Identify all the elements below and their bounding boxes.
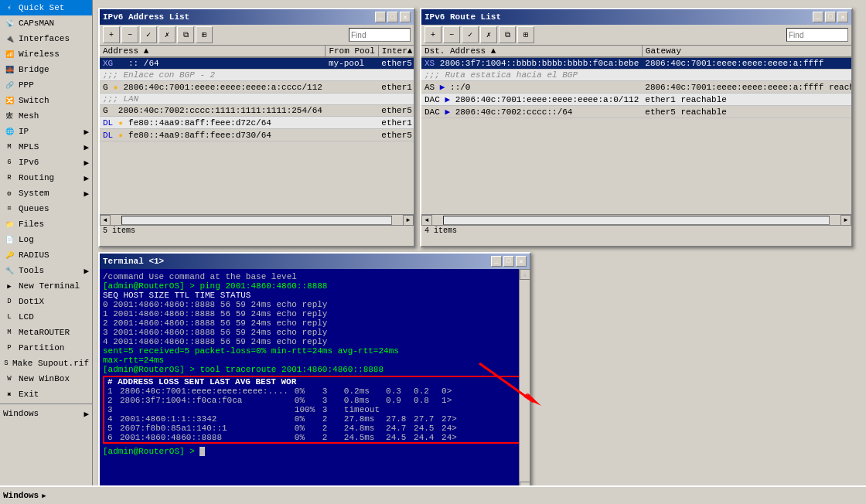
sidebar-item-tools[interactable]: 🔧 Tools ▶: [0, 263, 92, 278]
route-minimize-button[interactable]: _: [813, 12, 823, 22]
route-filter-button[interactable]: ⊞: [517, 26, 534, 43]
route-table-scroll[interactable]: Dst. Address ▲ Gateway XS 2806:3f7:1004:…: [421, 46, 851, 214]
sidebar-item-windows[interactable]: Windows ▶: [0, 406, 92, 421]
command-hint: /command Use command at the base level: [103, 272, 527, 281]
route-find-input[interactable]: [786, 28, 848, 42]
system-arrow: ▶: [84, 189, 89, 199]
table-row[interactable]: DAC ▶ 2806:40c:7002:cccc::/64 ether5 rea…: [421, 106, 851, 118]
sidebar-item-newterminal[interactable]: ▶ New Terminal: [0, 278, 92, 294]
sidebar-item-radius[interactable]: 🔑 RADIUS: [0, 247, 92, 263]
sidebar-label-mpls: MPLS: [19, 142, 39, 152]
find-input[interactable]: [349, 28, 411, 42]
route-remove-button[interactable]: −: [443, 26, 460, 43]
maximize-button[interactable]: □: [387, 12, 398, 22]
horizontal-scrollbar[interactable]: ◄ ►: [100, 214, 414, 225]
sidebar-item-newwinbox[interactable]: W New WinBox: [0, 371, 92, 387]
col-dst[interactable]: Dst. Address ▲: [421, 46, 642, 57]
col-address[interactable]: Address ▲: [100, 46, 326, 57]
minimize-button[interactable]: _: [375, 12, 386, 22]
copy-button[interactable]: ⧉: [177, 26, 194, 43]
sidebar-item-system[interactable]: ⚙ System ▶: [0, 186, 92, 201]
col-from-pool[interactable]: From Pool: [326, 46, 378, 57]
terminal-scrollbar[interactable]: ▲ ▼: [519, 269, 530, 492]
table-row[interactable]: AS ▶ ::/0 2806:40c:7001:eeee:eeee:eeee:a…: [421, 81, 851, 94]
table-row[interactable]: DL ★ fe80::4aa9:8aff:feee:d72c/64 ether1: [100, 117, 414, 129]
sidebar-item-capsman[interactable]: 📡 CAPsMAN: [0, 15, 92, 31]
trace-worst: 24>: [438, 433, 525, 442]
route-scroll-left-button[interactable]: ◄: [421, 215, 432, 226]
partition-icon: P: [3, 342, 15, 354]
ping-maxrtt-text: max-rtt=24ms: [103, 356, 164, 365]
scroll-left-button[interactable]: ◄: [100, 215, 111, 226]
sidebar-label-ppp: PPP: [19, 80, 34, 90]
sidebar-item-wireless[interactable]: 📶 Wireless: [0, 46, 92, 62]
tools-arrow: ▶: [84, 266, 89, 276]
sidebar-item-queues[interactable]: ≡ Queues: [0, 201, 92, 216]
trace-last: timeout: [341, 405, 383, 414]
trace-row-4: 4 2001:4860:1:1::3342 0% 2 27.8ms 27.8 2…: [104, 414, 525, 424]
address-table: Address ▲ From Pool Inter▲ XG :: /64 my-…: [100, 46, 414, 141]
sidebar-item-routing[interactable]: R Routing ▶: [0, 170, 92, 186]
table-row[interactable]: DL ★ fe80::4aa9:8aff:feee:d730/64 ether5: [100, 129, 414, 141]
table-row[interactable]: XG :: /64 my-pool ether5: [100, 57, 414, 70]
close-button[interactable]: ✕: [400, 12, 411, 22]
trace-best: 24.4: [411, 433, 438, 442]
sidebar-item-partition[interactable]: P Partition: [0, 340, 92, 356]
terminal-titlebar: Terminal <1> _ □ ✕: [100, 254, 530, 269]
trace-sent: 3: [319, 387, 341, 396]
terminal-close-button[interactable]: ✕: [516, 256, 527, 267]
col-interface[interactable]: Inter▲: [378, 46, 414, 57]
sidebar-item-switch[interactable]: 🔀 Switch: [0, 93, 92, 108]
table-row[interactable]: G ★ 2806:40c:7001:eeee:eeee:eeee:a:cccc/…: [100, 81, 414, 94]
route-enable-button[interactable]: ✓: [462, 26, 479, 43]
table-row[interactable]: G 2806:40c:7002:cccc:1111:1111:1111:254/…: [100, 105, 414, 117]
sidebar-item-ipv6[interactable]: 6 IPv6 ▶: [0, 155, 92, 170]
terminal-minimize-button[interactable]: _: [491, 256, 502, 267]
sidebar-item-log[interactable]: 📄 Log: [0, 232, 92, 247]
sidebar-item-ip[interactable]: 🌐 IP ▶: [0, 124, 92, 139]
trace-best: [411, 405, 438, 414]
sidebar-item-dot1x[interactable]: D Dot1X: [0, 294, 92, 309]
sidebar-item-ppp[interactable]: 🔗 PPP: [0, 77, 92, 93]
sidebar-item-bridge[interactable]: 🌉 Bridge: [0, 62, 92, 77]
route-add-button[interactable]: +: [424, 26, 442, 43]
scroll-up-button[interactable]: ▲: [520, 269, 530, 280]
route-copy-button[interactable]: ⧉: [499, 26, 516, 43]
trace-num: 3: [104, 405, 117, 414]
scroll-track[interactable]: [121, 216, 392, 225]
route-maximize-button[interactable]: □: [825, 12, 836, 22]
trace-row-5: 5 2607:f8b0:85a1:140::1 0% 2 24.8ms 24.7…: [104, 424, 525, 433]
trace-avg: 24.5: [383, 433, 411, 442]
sidebar-item-interfaces[interactable]: 🔌 Interfaces: [0, 31, 92, 46]
taskbar: Windows ▶: [0, 485, 866, 504]
table-row[interactable]: XS 2806:3f7:1004::bbbb:bbbb:bbbb:f0ca:be…: [421, 57, 851, 70]
sidebar-item-quickset[interactable]: ⚡ Quick Set: [0, 0, 92, 15]
scroll-right-button[interactable]: ►: [403, 215, 414, 226]
address-table-scroll[interactable]: Address ▲ From Pool Inter▲ XG :: /64 my-…: [100, 46, 414, 214]
sidebar-item-mesh[interactable]: 🕸 Mesh: [0, 108, 92, 124]
enable-button[interactable]: ✓: [140, 26, 157, 43]
ip-arrow: ▶: [84, 127, 89, 137]
trace-worst: 1>: [438, 396, 525, 405]
sidebar-item-files[interactable]: 📁 Files: [0, 216, 92, 232]
scroll-thumb[interactable]: [520, 280, 530, 482]
terminal-maximize-button[interactable]: □: [503, 256, 514, 267]
route-close-button[interactable]: ✕: [837, 12, 848, 22]
add-button[interactable]: +: [103, 26, 120, 43]
sidebar-item-metarouter[interactable]: M MetaROUTER: [0, 325, 92, 340]
sidebar-item-lcd[interactable]: L LCD: [0, 309, 92, 325]
sidebar-item-makesupout[interactable]: S Make Supout.rif: [0, 356, 92, 371]
route-disable-button[interactable]: ✗: [480, 26, 497, 43]
remove-button[interactable]: −: [121, 26, 138, 43]
terminal-body[interactable]: /command Use command at the base level […: [100, 269, 530, 492]
table-row[interactable]: DAC ▶ 2806:40c:7001:eeee:eeee:eeee:a:0/1…: [421, 94, 851, 106]
route-scroll-right-button[interactable]: ►: [840, 215, 851, 226]
disable-button[interactable]: ✗: [159, 26, 176, 43]
route-horizontal-scrollbar[interactable]: ◄ ►: [421, 214, 851, 225]
sidebar-item-mpls[interactable]: M MPLS ▶: [0, 139, 92, 155]
sidebar-item-exit[interactable]: ✖ Exit: [0, 387, 92, 402]
col-gateway[interactable]: Gateway: [642, 46, 851, 57]
route-scroll-track[interactable]: [443, 216, 830, 225]
filter-button[interactable]: ⊞: [196, 26, 213, 43]
ipv6-address-list-window: IPv6 Address List _ □ ✕ + − ✓ ✗ ⧉ ⊞ Addr…: [98, 8, 415, 247]
